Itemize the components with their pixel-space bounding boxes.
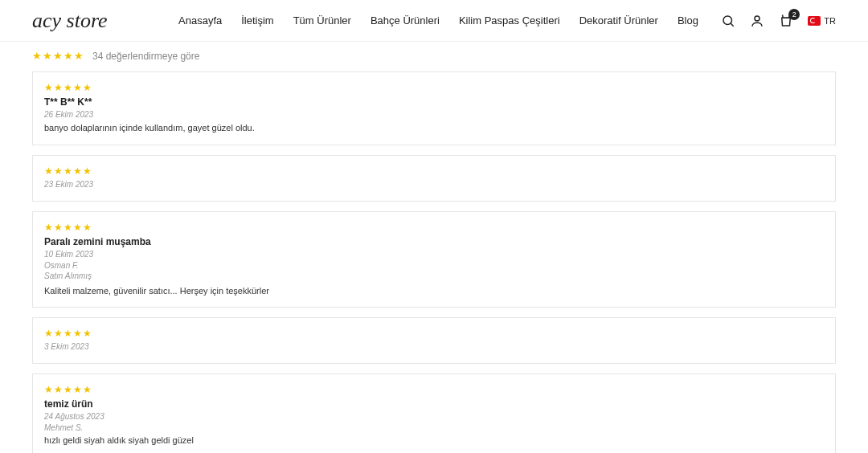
review-date: 23 Ekim 2023: [44, 180, 824, 189]
review-stars-icon: ★★★★★: [44, 222, 824, 233]
header-actions: 2 TR: [721, 14, 836, 28]
cart-badge: 2: [788, 9, 800, 20]
nav-item-blog[interactable]: Blog: [678, 14, 698, 27]
review-date: 24 Ağustos 2023: [44, 412, 824, 421]
header: acy store Anasayfa İletişim Tüm Ürünler …: [0, 0, 868, 42]
nav-item-dekoratif[interactable]: Dekoratif Ürünler: [579, 14, 658, 27]
review-item: ★★★★★ 23 Ekim 2023: [32, 155, 836, 202]
svg-point-2: [755, 16, 760, 21]
review-date: 26 Ekim 2023: [44, 110, 824, 119]
svg-line-1: [731, 23, 734, 27]
search-icon[interactable]: [721, 14, 735, 28]
review-stars-icon: ★★★★★: [44, 384, 824, 395]
review-title: T** B** K**: [44, 96, 824, 108]
flag-tr-icon: [808, 16, 821, 26]
review-author: Mehmet S.: [44, 423, 824, 432]
review-author: Osman F.: [44, 261, 824, 270]
review-verified: Satın Alınmış: [44, 271, 824, 280]
review-item: ★★★★★ 3 Ekim 2023: [32, 317, 836, 364]
cart-icon[interactable]: 2: [779, 14, 793, 28]
review-text: Kaliteli malzeme, güvenilir satıcı... He…: [44, 284, 824, 298]
reviews-summary: ★★★★★ 34 değerlendirmeye göre: [32, 50, 836, 62]
account-icon[interactable]: [750, 14, 764, 28]
review-stars-icon: ★★★★★: [44, 328, 824, 339]
language-label: TR: [824, 16, 836, 26]
review-date: 3 Ekim 2023: [44, 342, 824, 351]
review-item: ★★★★★ T** B** K** 26 Ekim 2023 banyo dol…: [32, 71, 836, 145]
review-stars-icon: ★★★★★: [44, 82, 824, 93]
review-item: ★★★★★ temiz ürün 24 Ağustos 2023 Mehmet …: [32, 373, 836, 453]
review-text: banyo dolaplarının içinde kullandım, gay…: [44, 121, 824, 135]
reviews-list: ★★★★★ T** B** K** 26 Ekim 2023 banyo dol…: [32, 71, 836, 453]
nav-item-iletisim[interactable]: İletişim: [241, 14, 273, 27]
main-nav: Anasayfa İletişim Tüm Ürünler Bahçe Ürün…: [156, 14, 722, 27]
content: ★★★★★ 34 değerlendirmeye göre ★★★★★ T** …: [0, 42, 868, 453]
summary-count: 34 değerlendirmeye göre: [92, 51, 199, 62]
language-selector[interactable]: TR: [808, 16, 836, 26]
review-title: Paralı zemini muşamba: [44, 236, 824, 247]
nav-item-kilim[interactable]: Kilim Paspas Çeşitleri: [459, 14, 560, 27]
svg-point-0: [723, 16, 732, 25]
nav-item-bahce[interactable]: Bahçe Ürünleri: [371, 14, 440, 27]
store-logo[interactable]: acy store: [32, 9, 108, 33]
summary-stars-icon: ★★★★★: [32, 50, 84, 62]
review-text: hızlı geldi siyah aldık siyah geldi güze…: [44, 434, 824, 447]
nav-item-tum-urunler[interactable]: Tüm Ürünler: [293, 14, 351, 27]
review-item: ★★★★★ Paralı zemini muşamba 10 Ekim 2023…: [32, 211, 836, 308]
nav-item-anasayfa[interactable]: Anasayfa: [178, 14, 222, 27]
review-title: temiz ürün: [44, 398, 824, 410]
review-date: 10 Ekim 2023: [44, 250, 824, 259]
review-stars-icon: ★★★★★: [44, 165, 824, 177]
